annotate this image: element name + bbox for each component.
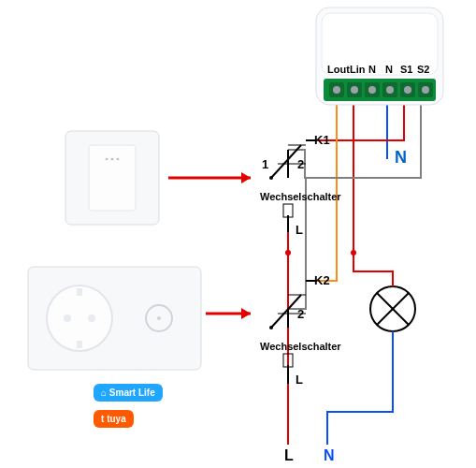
sw2-t2: 2 [297, 307, 304, 321]
k2-label: K2 [314, 273, 330, 287]
sw1-t2: 2 [297, 157, 304, 171]
tuya-text: tuya [107, 414, 126, 424]
svg-point-25 [117, 158, 120, 161]
terminal-n1: N [368, 64, 376, 75]
svg-rect-30 [77, 288, 82, 296]
svg-point-28 [64, 314, 71, 322]
socket-switch-image [28, 267, 201, 370]
terminal-lin: Lin [350, 64, 366, 75]
arrow-1 [168, 172, 251, 183]
svg-point-47 [404, 86, 411, 94]
terminal-s2: S2 [417, 64, 429, 75]
arrow-2 [206, 308, 251, 319]
smartlife-badge: ⌂ Smart Life [94, 384, 163, 402]
svg-marker-20 [241, 308, 251, 319]
sw1-t1: 1 [262, 157, 268, 171]
sw1-tl: L [296, 223, 303, 237]
home-icon: ⌂ [101, 388, 107, 398]
k1-label: K1 [314, 133, 330, 147]
svg-rect-8 [283, 204, 293, 217]
svg-point-16 [285, 250, 291, 256]
svg-point-24 [111, 158, 114, 161]
tuya-icon: t [101, 414, 104, 424]
tuya-badge: t tuya [94, 410, 134, 428]
svg-point-44 [351, 86, 358, 94]
svg-point-23 [106, 158, 108, 161]
terminal-n2: N [385, 64, 393, 75]
neutral-label: N [395, 148, 407, 168]
svg-point-29 [88, 314, 95, 322]
svg-point-10 [269, 326, 273, 329]
svg-point-33 [157, 316, 161, 320]
sw1-label: Wechselschalter [260, 191, 341, 202]
sw2-tl: L [296, 373, 303, 387]
sw2-label: Wechselschalter [260, 341, 341, 352]
svg-point-4 [269, 176, 273, 180]
svg-point-46 [386, 86, 394, 94]
terminal-lout: Lout [327, 64, 350, 75]
smartlife-text: Smart Life [109, 388, 155, 398]
svg-point-43 [333, 86, 340, 94]
supply-n: N [324, 447, 335, 464]
supply-l: L [284, 447, 294, 464]
lamp-symbol [370, 286, 415, 331]
terminal-s1: S1 [400, 64, 412, 75]
svg-marker-18 [241, 172, 251, 183]
svg-point-15 [351, 250, 356, 256]
svg-point-45 [368, 86, 376, 94]
svg-point-48 [422, 86, 429, 94]
relay-module-image [316, 7, 443, 105]
wall-switch-image [65, 131, 159, 225]
svg-rect-22 [89, 145, 136, 211]
svg-rect-31 [77, 341, 82, 348]
